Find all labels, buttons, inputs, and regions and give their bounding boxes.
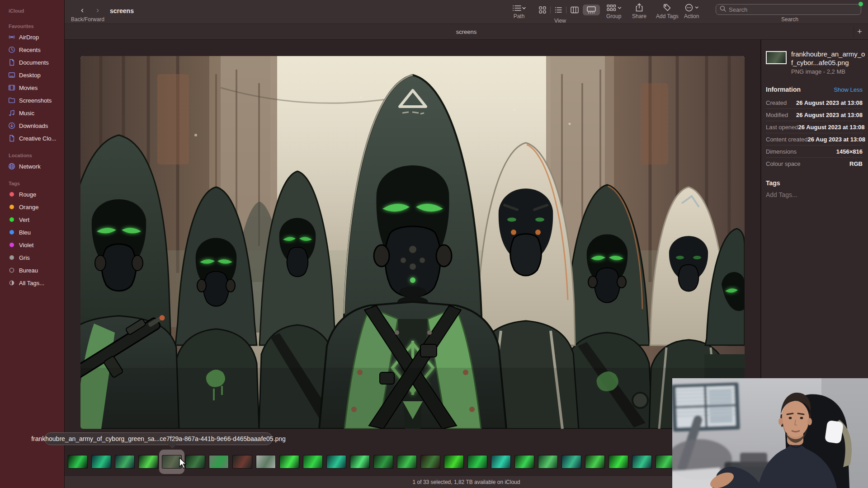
sidebar-item-airdrop[interactable]: AirDrop	[0, 31, 64, 43]
path-icon	[512, 5, 526, 12]
information-header: Information	[766, 86, 801, 93]
gallery-preview-image[interactable]	[80, 56, 745, 429]
sidebar-item-label: Rouge	[19, 191, 36, 198]
action-icon	[685, 4, 698, 12]
sidebar-item-label: Network	[19, 163, 41, 170]
filmstrip-thumbnail-7[interactable]	[209, 455, 229, 469]
sidebar-item-label: Desktop	[19, 72, 41, 79]
finder-toolbar: ‹ › Back/Forward screens Path	[65, 0, 868, 23]
show-less-link[interactable]: Show Less	[834, 86, 863, 93]
sidebar-item-rouge[interactable]: Rouge	[0, 188, 64, 201]
sidebar-item-label: Music	[19, 110, 34, 117]
action-button[interactable]: Action	[684, 4, 699, 19]
filmstrip-thumbnail-23[interactable]	[585, 455, 605, 469]
sidebar-item-network[interactable]: Network	[0, 160, 64, 173]
path-button[interactable]: Path	[512, 5, 526, 19]
sidebar-header-favourites: Favourites	[0, 23, 64, 31]
file-thumbnail	[766, 51, 787, 64]
forward-button[interactable]: ›	[96, 5, 99, 15]
info-row-modified: Modified26 August 2023 at 13:08	[766, 108, 863, 121]
dot-icon	[8, 229, 15, 236]
filmstrip-thumbnail-16[interactable]	[420, 455, 440, 469]
filmstrip-thumbnail-11[interactable]	[303, 455, 323, 469]
filmstrip-thumbnail-4[interactable]	[138, 455, 158, 469]
add-tags-label: Add Tags	[656, 13, 679, 19]
sidebar-item-label: Movies	[19, 84, 38, 91]
info-row-label: Modified	[766, 112, 788, 118]
view-switcher	[535, 4, 600, 16]
filmstrip-thumbnail-8[interactable]	[232, 455, 252, 469]
view-gallery-button[interactable]	[583, 5, 600, 15]
view-list-button[interactable]	[551, 5, 566, 15]
sidebar-item-vert[interactable]: Vert	[0, 213, 64, 226]
sidebar-item-bureau[interactable]: Bureau	[0, 264, 64, 277]
filmstrip-thumbnail-2[interactable]	[91, 455, 111, 469]
filmstrip-thumbnail-10[interactable]	[279, 455, 299, 469]
filmstrip-thumbnail-22[interactable]	[561, 455, 581, 469]
filmstrip-thumbnail-20[interactable]	[514, 455, 534, 469]
filmstrip-thumbnail-17[interactable]	[444, 455, 464, 469]
info-row-content-created: Content created26 Aug 2023 at 13:08	[766, 133, 863, 145]
filmstrip-thumbnail-18[interactable]	[467, 455, 487, 469]
filmstrip-thumbnail-6[interactable]	[185, 455, 205, 469]
filmstrip-thumbnail-3[interactable]	[115, 455, 135, 469]
tag-icon	[663, 4, 671, 12]
sidebar-item-movies[interactable]: Movies	[0, 81, 64, 94]
filmstrip-thumbnail-21[interactable]	[538, 455, 558, 469]
add-tags-button[interactable]: Add Tags	[656, 4, 679, 19]
sidebar-item-orange[interactable]: Orange	[0, 201, 64, 213]
filmstrip-thumbnail-14[interactable]	[373, 455, 393, 469]
view-icons-button[interactable]	[535, 5, 550, 15]
sidebar-item-desktop[interactable]: Desktop	[0, 69, 64, 81]
view-columns-button[interactable]	[566, 5, 583, 15]
sidebar-item-label: Creative Clo...	[19, 135, 56, 142]
filmstrip-thumbnail-19[interactable]	[491, 455, 511, 469]
film-icon	[8, 84, 15, 92]
path-label: Path	[514, 13, 525, 19]
sidebar-item-label: AirDrop	[19, 34, 39, 41]
filmstrip-thumbnail-1[interactable]	[68, 455, 88, 469]
search-field[interactable]	[716, 4, 861, 15]
filmstrip-thumbnail-13[interactable]	[350, 455, 370, 469]
sidebar-item-label: Screenshots	[19, 97, 52, 104]
info-row-value: 26 Aug 2023 at 13:08	[808, 136, 865, 143]
dot-icon	[8, 254, 15, 262]
sidebar-item-gris[interactable]: Gris	[0, 251, 64, 264]
sidebar-item-label: Bureau	[19, 267, 38, 274]
filmstrip-thumbnail-24[interactable]	[609, 455, 628, 469]
sidebar-item-label: All Tags...	[19, 280, 44, 286]
search-icon	[720, 5, 726, 14]
new-tab-button[interactable]: +	[854, 26, 865, 38]
sidebar-item-recents[interactable]: Recents	[0, 43, 64, 56]
filmstrip-thumbnail-12[interactable]	[326, 455, 346, 469]
sidebar-item-screenshots[interactable]: Screenshots	[0, 94, 64, 107]
sidebar-item-label: Recents	[19, 47, 41, 53]
add-tags-field[interactable]: Add Tags...	[766, 191, 863, 198]
tab-screens[interactable]: screens	[456, 28, 477, 35]
file-name: frankhoubre_an_army_of_cybor...afe05.png	[791, 50, 865, 67]
share-label: Share	[632, 13, 646, 19]
alltags-icon	[8, 279, 15, 287]
sidebar-header-icloud: iCloud	[0, 8, 64, 15]
sidebar-item-violet[interactable]: Violet	[0, 239, 64, 251]
sidebar-item-music[interactable]: Music	[0, 107, 64, 119]
info-row-colour-space: Colour spaceRGB	[766, 157, 863, 169]
dot-icon	[8, 216, 15, 224]
filmstrip-thumbnail-25[interactable]	[632, 455, 652, 469]
filmstrip-thumbnail-15[interactable]	[397, 455, 417, 469]
sidebar-item-documents[interactable]: Documents	[0, 56, 64, 69]
globe-icon	[8, 163, 15, 170]
group-button[interactable]: Group	[606, 4, 621, 19]
sidebar-item-all-tags[interactable]: All Tags...	[0, 277, 64, 289]
sidebar-item-downloads[interactable]: Downloads	[0, 119, 64, 132]
clock-icon	[8, 46, 15, 54]
thumbnail-filmstrip	[68, 450, 699, 473]
sidebar-item-bleu[interactable]: Bleu	[0, 226, 64, 239]
back-button[interactable]: ‹	[81, 5, 84, 15]
filmstrip-thumbnail-9[interactable]	[256, 455, 276, 469]
search-input[interactable]	[729, 6, 857, 13]
sidebar-item-creative-clo[interactable]: Creative Clo...	[0, 132, 64, 145]
airdrop-icon	[8, 33, 15, 41]
share-button[interactable]: Share	[632, 3, 646, 19]
sidebar-item-label: Bleu	[19, 229, 31, 236]
